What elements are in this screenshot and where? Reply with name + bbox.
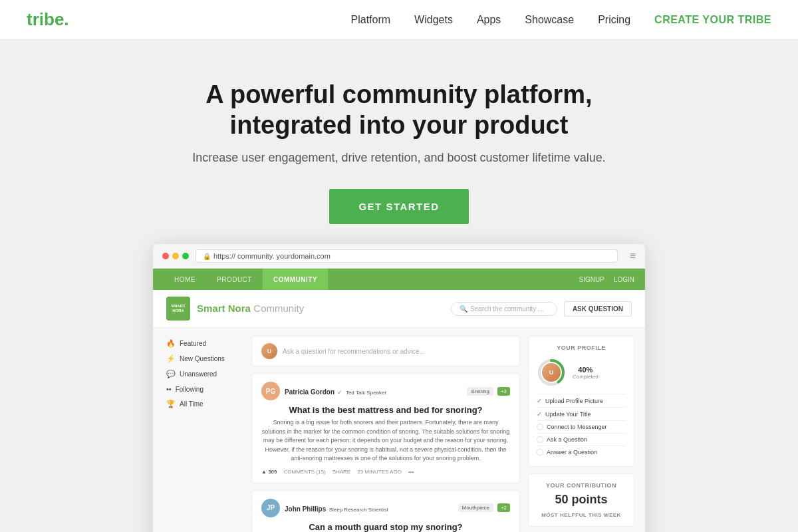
post-avatar-1: JP (261, 499, 280, 517)
sidebar-item-following[interactable]: •• Following (164, 382, 243, 396)
nav-pricing[interactable]: Pricing (598, 14, 630, 25)
nav-widgets[interactable]: Widgets (414, 14, 453, 25)
main-feed: U Ask a question for recommendations or … (251, 336, 520, 532)
check-icon-0: ✓ (537, 397, 542, 404)
sidebar-item-all-time[interactable]: 🏆 All Time (164, 396, 243, 412)
profile-avatar: U (542, 363, 561, 382)
new-questions-icon: ⚡ (166, 354, 176, 363)
browser-bar: 🔒 https:// community. yourdomain.com ≡ (153, 244, 645, 269)
sidebar-label-new-questions: New Questions (180, 355, 225, 362)
progress-percent: 40% (573, 366, 598, 374)
post-author-1: John Phillips Sleep Research Scientist (285, 502, 388, 514)
search-icon: 🔍 (460, 305, 467, 313)
unanswered-icon: 💬 (166, 370, 176, 378)
sidebar-label-unanswered: Unanswered (180, 370, 217, 378)
nav-showcase[interactable]: Showcase (525, 14, 574, 25)
get-started-button[interactable]: GET STARTED (329, 189, 468, 224)
url-secure-icon: 🔒 (203, 253, 211, 260)
right-panel: YOUR PROFILE U 40% Completed (528, 336, 634, 532)
app-nav-right: SIGNUP LOGIN (579, 276, 634, 283)
community-search[interactable]: 🔍 Search the community ... (451, 302, 557, 316)
brand-name: Smart Nora (197, 303, 251, 314)
post-header-0: PG Patricia Gordon ✓ Ted Talk Speaker Sn… (261, 382, 510, 400)
hero-heading: A powerful community platform, integrate… (173, 80, 625, 140)
more-0[interactable]: ••• (408, 469, 414, 475)
post-tags-0: Snoring +3 (467, 387, 510, 396)
profile-action-label-1: Update Your Title (545, 411, 591, 418)
following-icon: •• (166, 385, 172, 393)
app-nav-login[interactable]: LOGIN (614, 276, 634, 283)
profile-progress-area: U 40% Completed (537, 358, 626, 387)
post-header-1: JP John Phillips Sleep Research Scientis… (261, 499, 510, 517)
nav-platform[interactable]: Platform (351, 14, 391, 25)
check-empty-4 (537, 449, 543, 456)
vote-up-0[interactable]: ▲ 309 (261, 469, 277, 475)
check-empty-3 (537, 436, 543, 443)
post-card-0: PG Patricia Gordon ✓ Ted Talk Speaker Sn… (251, 373, 520, 483)
check-empty-2 (537, 424, 543, 430)
profile-action-label-2: Connect to Messenger (547, 424, 607, 430)
contribution-card: YOUR CONTRIBUTION 50 points MOST HELPFUL… (528, 473, 634, 527)
nav-apps[interactable]: Apps (477, 14, 501, 25)
sidebar-panel: 🔥 Featured ⚡ New Questions 💬 Unanswered … (164, 336, 243, 532)
app-nav-home[interactable]: HOME (164, 269, 206, 290)
comments-0[interactable]: COMMENTS (15) (284, 469, 326, 475)
profile-action-label-3: Ask a Question (547, 436, 587, 443)
profile-card-title: YOUR PROFILE (537, 344, 626, 351)
community-body: 🔥 Featured ⚡ New Questions 💬 Unanswered … (153, 328, 645, 532)
nav-links: Platform Widgets Apps Showcase Pricing C… (351, 14, 772, 26)
profile-action-2[interactable]: Connect to Messenger (537, 420, 626, 433)
sidebar-label-all-time: All Time (180, 400, 203, 408)
profile-action-4[interactable]: Answer a Question (537, 446, 626, 458)
community-header: SMARTNORA Smart Nora Community 🔍 Search … (153, 290, 645, 328)
browser-dots (162, 253, 189, 259)
hamburger-icon[interactable]: ≡ (630, 250, 636, 262)
logo-dot: . (64, 9, 68, 29)
community-logo: SMARTNORA (166, 297, 190, 321)
post-tags-1: Mouthpiece +2 (458, 503, 510, 512)
progress-completed-label: Completed (573, 374, 598, 380)
post-text-0: Snoring is a big issue for both snorers … (261, 418, 510, 464)
profile-action-label-4: Answer a Question (547, 449, 597, 456)
post-title-0[interactable]: What is the best mattress and bed for sn… (261, 405, 510, 415)
share-0[interactable]: SHARE (332, 469, 351, 475)
profile-action-1[interactable]: ✓ Update Your Title (537, 407, 626, 420)
hero-subtext: Increase user engagement, drive retentio… (13, 151, 785, 165)
post-author-info-1: John Phillips Sleep Research Scientist (285, 502, 388, 514)
sidebar-item-unanswered[interactable]: 💬 Unanswered (164, 366, 243, 382)
post-avatar-0: PG (261, 382, 280, 400)
ask-avatar: U (261, 343, 277, 359)
contribution-points: 50 points (537, 493, 626, 507)
nav-cta[interactable]: CREATE YOUR TRIBE (654, 14, 771, 25)
sidebar-label-featured: Featured (180, 340, 206, 347)
navbar: tribe. Platform Widgets Apps Showcase Pr… (0, 0, 798, 40)
check-icon-1: ✓ (537, 410, 542, 418)
profile-action-0[interactable]: ✓ Upload Profile Picture (537, 394, 626, 407)
app-nav-community[interactable]: COMMUNITY (263, 269, 328, 290)
browser-mockup: 🔒 https:// community. yourdomain.com ≡ H… (153, 244, 645, 532)
community-name: Smart Nora Community (197, 303, 304, 315)
hero-section: A powerful community platform, integrate… (0, 40, 798, 532)
sidebar-item-new-questions[interactable]: ⚡ New Questions (164, 351, 243, 366)
featured-icon: 🔥 (166, 339, 176, 348)
app-nav-product[interactable]: PRODUCT (206, 269, 263, 290)
contribution-title: YOUR CONTRIBUTION (537, 482, 626, 489)
ask-box[interactable]: U Ask a question for recommendations or … (251, 336, 520, 366)
all-time-icon: 🏆 (166, 400, 176, 408)
profile-action-label-0: Upload Profile Picture (545, 398, 603, 404)
post-author-info-0: Patricia Gordon ✓ Ted Talk Speaker (285, 385, 386, 397)
profile-card: YOUR PROFILE U 40% Completed (528, 336, 634, 467)
dot-green (182, 253, 189, 259)
post-title-1[interactable]: Can a mouth guard stop my snoring? (261, 522, 510, 532)
ask-question-button[interactable]: ASK QUESTION (564, 301, 632, 317)
profile-percent-info: 40% Completed (573, 366, 598, 380)
logo[interactable]: tribe. (27, 9, 69, 30)
url-text: https:// community. yourdomain.com (213, 252, 331, 260)
url-bar[interactable]: 🔒 https:// community. yourdomain.com (196, 249, 618, 263)
sidebar-item-featured[interactable]: 🔥 Featured (164, 336, 243, 351)
post-author-0: Patricia Gordon ✓ Ted Talk Speaker (285, 385, 386, 397)
sidebar-label-following: Following (176, 386, 203, 393)
profile-action-3[interactable]: Ask a Question (537, 433, 626, 446)
dot-red (162, 253, 169, 259)
app-nav-signup[interactable]: SIGNUP (579, 276, 604, 283)
